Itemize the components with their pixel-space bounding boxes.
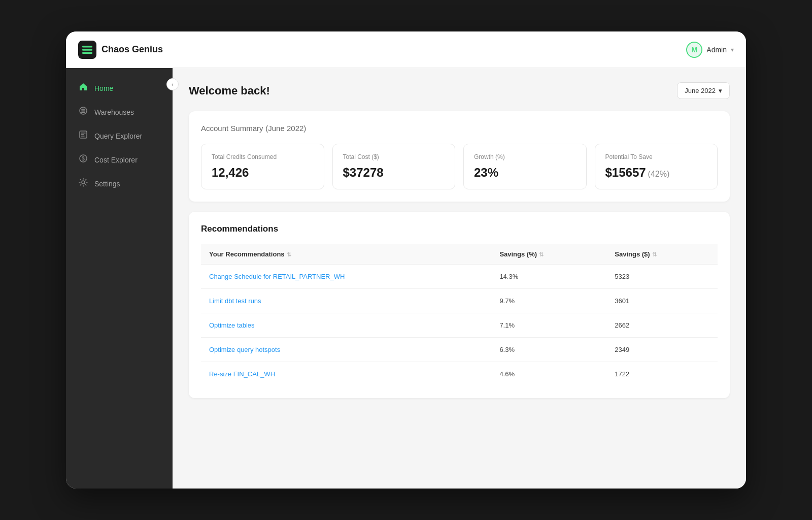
metric-card: Growth (%) 23%: [463, 144, 587, 189]
page-title: Welcome back!: [189, 84, 270, 98]
sidebar-label-query-explorer: Query Explorer: [94, 132, 142, 140]
table-row: Optimize tables 7.1% 2662: [201, 313, 718, 338]
svg-rect-2: [82, 52, 92, 54]
recommendation-link[interactable]: Re-size FIN_CAL_WH: [209, 370, 275, 378]
svg-point-10: [82, 181, 85, 184]
savings-usd-cell: 3601: [606, 289, 718, 313]
recommendation-cell: Optimize tables: [201, 313, 491, 338]
metric-card: Total Cost ($) $37278: [332, 144, 456, 189]
recommendation-cell: Change Schedule for RETAIL_PARTNER_WH: [201, 265, 491, 289]
sidebar-item-query-explorer[interactable]: Query Explorer: [66, 124, 173, 148]
svg-rect-0: [82, 46, 92, 48]
svg-rect-1: [82, 49, 92, 51]
recommendation-cell: Re-size FIN_CAL_WH: [201, 362, 491, 386]
sidebar-item-settings[interactable]: Settings: [66, 172, 173, 196]
savings-usd-cell: 2662: [606, 313, 718, 338]
metric-value: $15657(42%): [605, 166, 707, 180]
avatar: M: [686, 42, 702, 58]
welcome-header: Welcome back! June 2022 ▾: [189, 82, 730, 99]
metric-value: 12,426: [212, 166, 314, 180]
recommendation-link[interactable]: Optimize query hotspots: [209, 346, 280, 353]
table-row: Limit dbt test runs 9.7% 3601: [201, 289, 718, 313]
date-dropdown[interactable]: June 2022 ▾: [677, 82, 730, 99]
sidebar-label-warehouses: Warehouses: [94, 108, 134, 116]
svg-text:$: $: [82, 156, 85, 161]
table-header[interactable]: Savings ($)⇅: [606, 244, 718, 265]
date-label: June 2022: [685, 87, 716, 94]
settings-icon: [78, 178, 88, 189]
account-summary-title: Account Summary (June 2022): [201, 123, 718, 134]
sidebar: ‹ Home Warehouses Query Explorer $ Cost …: [66, 68, 173, 489]
savings-pct-cell: 7.1%: [491, 313, 606, 338]
metric-value: $37278: [343, 166, 445, 180]
query-explorer-icon: [78, 130, 88, 142]
recommendation-link[interactable]: Optimize tables: [209, 321, 255, 329]
user-name: Admin: [706, 46, 727, 54]
home-icon: [78, 82, 88, 94]
recommendation-cell: Optimize query hotspots: [201, 338, 491, 362]
metric-card: Potential To Save $15657(42%): [595, 144, 718, 189]
savings-pct-cell: 4.6%: [491, 362, 606, 386]
top-bar: Chaos Genius M Admin ▾: [66, 31, 746, 68]
sidebar-item-cost-explorer[interactable]: $ Cost Explorer: [66, 148, 173, 172]
metric-label: Total Cost ($): [343, 153, 445, 160]
user-menu[interactable]: M Admin ▾: [686, 42, 734, 58]
table-header[interactable]: Savings (%)⇅: [491, 244, 606, 265]
svg-rect-4: [81, 109, 85, 110]
cost-explorer-icon: $: [78, 154, 88, 166]
table-row: Re-size FIN_CAL_WH 4.6% 1722: [201, 362, 718, 386]
savings-usd-cell: 2349: [606, 338, 718, 362]
sidebar-item-warehouses[interactable]: Warehouses: [66, 100, 173, 124]
svg-rect-6: [81, 112, 85, 113]
chevron-down-icon: ▾: [719, 87, 722, 94]
logo-icon: [78, 41, 96, 59]
savings-pct-cell: 9.7%: [491, 289, 606, 313]
metric-label: Total Credits Consumed: [212, 153, 314, 160]
savings-usd-cell: 5323: [606, 265, 718, 289]
svg-rect-5: [81, 111, 85, 112]
recommendations-card: Recommendations Your Recommendations⇅Sav…: [189, 212, 730, 398]
recommendation-cell: Limit dbt test runs: [201, 289, 491, 313]
table-row: Optimize query hotspots 6.3% 2349: [201, 338, 718, 362]
main-layout: ‹ Home Warehouses Query Explorer $ Cost …: [66, 68, 746, 489]
metric-suffix: (42%): [648, 170, 670, 178]
chevron-down-icon: ▾: [731, 46, 734, 53]
recommendation-link[interactable]: Change Schedule for RETAIL_PARTNER_WH: [209, 273, 345, 280]
logo-area: Chaos Genius: [78, 41, 163, 59]
metric-label: Growth (%): [474, 153, 576, 160]
metric-value: 23%: [474, 166, 576, 180]
account-summary-card: Account Summary (June 2022) Total Credit…: [189, 111, 730, 202]
savings-pct-cell: 6.3%: [491, 338, 606, 362]
metric-card: Total Credits Consumed 12,426: [201, 144, 324, 189]
metrics-grid: Total Credits Consumed 12,426 Total Cost…: [201, 144, 718, 189]
recommendations-table: Your Recommendations⇅Savings (%)⇅Savings…: [201, 244, 718, 386]
sidebar-item-home[interactable]: Home: [66, 76, 173, 100]
savings-pct-cell: 14.3%: [491, 265, 606, 289]
sort-icon: ⇅: [652, 251, 657, 258]
table-header[interactable]: Your Recommendations⇅: [201, 244, 491, 265]
sort-icon: ⇅: [539, 251, 544, 258]
app-name: Chaos Genius: [101, 44, 163, 55]
sidebar-label-settings: Settings: [94, 180, 120, 188]
sort-icon: ⇅: [287, 251, 291, 258]
warehouses-icon: [78, 106, 88, 118]
table-row: Change Schedule for RETAIL_PARTNER_WH 14…: [201, 265, 718, 289]
savings-usd-cell: 1722: [606, 362, 718, 386]
metric-label: Potential To Save: [605, 153, 707, 160]
sidebar-label-home: Home: [94, 84, 113, 92]
content-area: Welcome back! June 2022 ▾ Account Summar…: [173, 68, 746, 489]
sidebar-label-cost-explorer: Cost Explorer: [94, 156, 138, 164]
recommendation-link[interactable]: Limit dbt test runs: [209, 297, 261, 305]
recommendations-title: Recommendations: [201, 224, 718, 234]
collapse-button[interactable]: ‹: [166, 78, 179, 90]
